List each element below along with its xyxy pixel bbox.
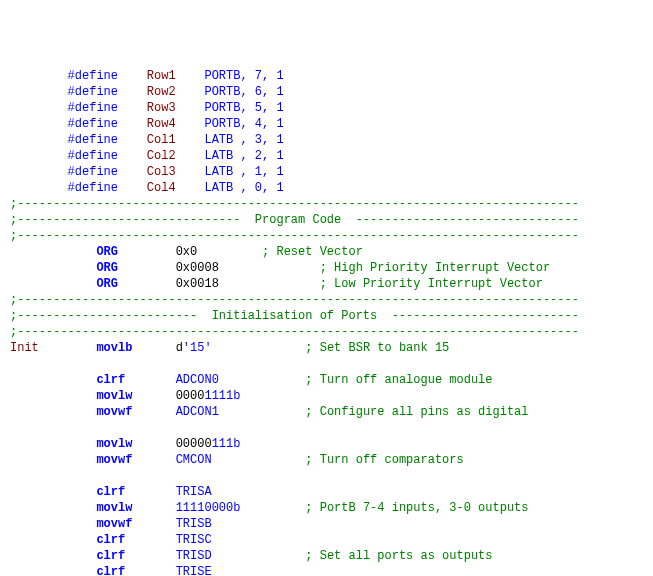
define-line: #define Row2 PORTB, 6, 1 xyxy=(10,84,653,100)
define-name: Row1 xyxy=(147,69,205,83)
mnemonic: clrf xyxy=(96,549,154,563)
define-bits: , 2, 1 xyxy=(240,149,283,163)
mnemonic: movwf xyxy=(96,517,154,531)
instr-line: movwf CMCON ; Turn off comparators xyxy=(10,452,653,468)
define-register: PORTB xyxy=(204,101,240,115)
operand-register: TRISE xyxy=(176,565,212,576)
mnemonic: movlb xyxy=(96,341,154,355)
define-register: LATB xyxy=(204,165,240,179)
define-line: #define Col1 LATB , 3, 1 xyxy=(10,132,653,148)
org-comment: ; High Priority Interrupt Vector xyxy=(320,261,550,275)
operand-literal-zeros: 0000 xyxy=(176,389,205,403)
separator: ;---------------------------------------… xyxy=(10,197,579,211)
define-line: #define Col3 LATB , 1, 1 xyxy=(10,164,653,180)
section-header-program: ;------------------------------- Program… xyxy=(10,213,579,227)
define-bits: , 0, 1 xyxy=(240,181,283,195)
org-address: 0x0 xyxy=(176,245,241,259)
define-name: Row4 xyxy=(147,117,205,131)
operand-register: 11110000b xyxy=(176,501,241,515)
label-init: Init xyxy=(10,341,96,355)
define-name: Row2 xyxy=(147,85,205,99)
directive-define: #define xyxy=(68,181,118,195)
operand-register: ADCON0 xyxy=(176,373,219,387)
instr-comment: ; PortB 7-4 inputs, 3-0 outputs xyxy=(305,501,528,515)
separator: ;---------------------------------------… xyxy=(10,293,579,307)
operand-literal: 1111b xyxy=(204,389,240,403)
blank-line xyxy=(10,420,653,436)
instr-comment: ; Turn off comparators xyxy=(305,453,463,467)
instr-line: clrf TRISD ; Set all ports as outputs xyxy=(10,548,653,564)
instr-comment: ; Configure all pins as digital xyxy=(305,405,528,419)
directive-define: #define xyxy=(68,117,118,131)
code-listing: #define Row1 PORTB, 7, 1 #define Row2 PO… xyxy=(10,68,653,576)
define-register: PORTB xyxy=(204,85,240,99)
mnemonic: clrf xyxy=(96,565,154,576)
org-address: 0x0008 xyxy=(176,261,298,275)
separator-line: ;------------------------------- Program… xyxy=(10,212,653,228)
operand-literal: 111b xyxy=(212,437,241,451)
instr-comment: ; Turn off analogue module xyxy=(305,373,492,387)
blank-line xyxy=(10,468,653,484)
org-address: 0x0018 xyxy=(176,277,298,291)
directive-define: #define xyxy=(68,165,118,179)
org-comment: ; Reset Vector xyxy=(262,245,363,259)
separator: ;---------------------------------------… xyxy=(10,229,579,243)
operand-register: CMCON xyxy=(176,453,212,467)
mnemonic: movwf xyxy=(96,405,154,419)
define-bits: , 4, 1 xyxy=(240,117,283,131)
define-register: LATB xyxy=(204,133,240,147)
directive-define: #define xyxy=(68,133,118,147)
define-bits: , 3, 1 xyxy=(240,133,283,147)
operand-register: TRISB xyxy=(176,517,212,531)
define-bits: , 5, 1 xyxy=(240,101,283,115)
org-comment: ; Low Priority Interrupt Vector xyxy=(320,277,543,291)
define-line: #define Row4 PORTB, 4, 1 xyxy=(10,116,653,132)
directive-define: #define xyxy=(68,85,118,99)
instr-line: movwf ADCON1 ; Configure all pins as dig… xyxy=(10,404,653,420)
define-line: #define Row3 PORTB, 5, 1 xyxy=(10,100,653,116)
operand-register: ADCON1 xyxy=(176,405,219,419)
separator-line: ;---------------------------------------… xyxy=(10,324,653,340)
directive-define: #define xyxy=(68,101,118,115)
instr-line: clrf TRISE xyxy=(10,564,653,576)
separator-line: ;---------------------------------------… xyxy=(10,228,653,244)
instr-line: clrf TRISC xyxy=(10,532,653,548)
define-register: LATB xyxy=(204,181,240,195)
directive-define: #define xyxy=(68,149,118,163)
separator-line: ;---------------------------------------… xyxy=(10,196,653,212)
define-bits: , 1, 1 xyxy=(240,165,283,179)
separator: ;---------------------------------------… xyxy=(10,325,579,339)
mnemonic: movlw xyxy=(96,389,154,403)
org-directive: ORG xyxy=(96,277,118,291)
mnemonic: clrf xyxy=(96,533,154,547)
org-line: ORG 0x0 ; Reset Vector xyxy=(10,244,653,260)
instr-line: Init movlb d'15' ; Set BSR to bank 15 xyxy=(10,340,653,356)
define-name: Col1 xyxy=(147,133,205,147)
define-line: #define Row1 PORTB, 7, 1 xyxy=(10,68,653,84)
operand-register: TRISC xyxy=(176,533,212,547)
instr-comment: ; Set BSR to bank 15 xyxy=(305,341,449,355)
define-line: #define Col4 LATB , 0, 1 xyxy=(10,180,653,196)
instr-line: movlw 00001111b xyxy=(10,388,653,404)
mnemonic: clrf xyxy=(96,485,154,499)
instr-line: movlw 00000111b xyxy=(10,436,653,452)
separator-line: ;------------------------- Initialisatio… xyxy=(10,308,653,324)
define-name: Col3 xyxy=(147,165,205,179)
org-directive: ORG xyxy=(96,261,118,275)
operand-register: TRISD xyxy=(176,549,212,563)
directive-define: #define xyxy=(68,69,118,83)
instr-line: clrf ADCON0 ; Turn off analogue module xyxy=(10,372,653,388)
mnemonic: movlw xyxy=(96,501,154,515)
org-line: ORG 0x0018 ; Low Priority Interrupt Vect… xyxy=(10,276,653,292)
define-bits: , 7, 1 xyxy=(240,69,283,83)
instr-line: clrf TRISA xyxy=(10,484,653,500)
org-directive: ORG xyxy=(96,245,118,259)
define-bits: , 6, 1 xyxy=(240,85,283,99)
operand-register: TRISA xyxy=(176,485,212,499)
mnemonic: movwf xyxy=(96,453,154,467)
mnemonic: clrf xyxy=(96,373,154,387)
separator-line: ;---------------------------------------… xyxy=(10,292,653,308)
define-register: PORTB xyxy=(204,69,240,83)
instr-line: movwf TRISB xyxy=(10,516,653,532)
operand-literal: '15' xyxy=(183,341,212,355)
